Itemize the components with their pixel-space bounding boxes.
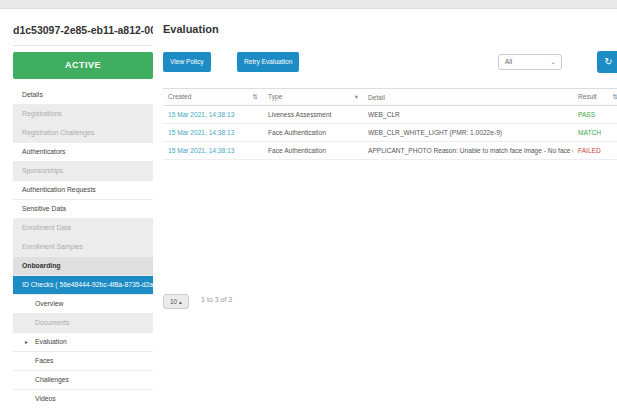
record-id-heading: d1c53097-2e85-eb11-a812-000d3a6... — [13, 24, 153, 46]
sidebar-item-sponsorships: Sponsorships — [13, 162, 153, 181]
table-row: 15 Mar 2021, 14:38:13 Face Authenticatio… — [163, 124, 617, 142]
detail-cell: WEB_CLR_WHITE_LIGHT (PMR: 1.0022e-9) — [363, 124, 573, 142]
result-filter-value: All — [505, 58, 512, 65]
top-strip — [0, 0, 617, 9]
type-cell: Liveness Assessment — [263, 106, 363, 124]
pagination-range-text: 1 to 3 of 3 — [201, 296, 232, 303]
sidebar-item-overview[interactable]: Overview — [13, 295, 153, 314]
page-title: Evaluation — [163, 23, 219, 35]
caret-up-icon: ▴ — [179, 299, 182, 305]
sidebar-item-enrollment-samples: Enrollment Samples — [13, 238, 153, 257]
sidebar-item-sensitive-data[interactable]: Sensitive Data — [13, 200, 153, 219]
table-header-row: Created⇅ Type▾ Detail Result⇅ — [163, 89, 617, 106]
result-cell: MATCH — [573, 124, 617, 142]
view-policy-button[interactable]: View Policy — [163, 52, 211, 72]
page-size-value: 10 — [170, 298, 177, 305]
chevron-down-icon: ⌄ — [550, 55, 556, 69]
created-link[interactable]: 15 Mar 2021, 14:38:13 — [168, 129, 234, 136]
column-header-result[interactable]: Result⇅ — [573, 89, 617, 106]
sidebar-item-evaluation-label: Evaluation — [35, 338, 67, 345]
created-link[interactable]: 15 Mar 2021, 14:38:13 — [168, 111, 234, 118]
column-header-type[interactable]: Type▾ — [263, 89, 363, 106]
sidebar-item-documents: Documents — [13, 314, 153, 333]
table-row: 15 Mar 2021, 14:38:13 Liveness Assessmen… — [163, 106, 617, 124]
sidebar-item-authenticators[interactable]: Authenticators — [13, 143, 153, 162]
type-cell: Face Authentication — [263, 124, 363, 142]
evaluation-page: d1c53097-2e85-eb11-a812-000d3a6... ACTIV… — [0, 0, 617, 408]
retry-evaluation-button[interactable]: Retry Evaluation — [237, 52, 299, 72]
refresh-button[interactable]: ↻ — [597, 51, 617, 73]
evaluation-table: Created⇅ Type▾ Detail Result⇅ 15 Mar 202… — [163, 88, 617, 160]
column-header-created[interactable]: Created⇅ — [163, 89, 263, 106]
sort-both-icon: ⇅ — [613, 93, 617, 101]
refresh-icon: ↻ — [604, 56, 612, 67]
sidebar-item-registration-challenges: Registration Challenges — [13, 124, 153, 143]
created-link[interactable]: 15 Mar 2021, 14:38:13 — [168, 147, 234, 154]
sidebar-item-evaluation[interactable]: ▸Evaluation — [13, 333, 153, 352]
pagination: 10 ▴ 1 to 3 of 3 — [163, 290, 232, 306]
result-cell: PASS — [573, 106, 617, 124]
sidebar-item-challenges[interactable]: Challenges — [13, 371, 153, 390]
sort-desc-icon: ▾ — [355, 93, 358, 101]
created-cell: 15 Mar 2021, 14:38:13 — [163, 106, 263, 124]
sidebar-item-details[interactable]: Details — [13, 86, 153, 105]
detail-cell: APPLICANT_PHOTO Reason: Unable to match … — [363, 142, 573, 160]
sidebar-item-authentication-requests[interactable]: Authentication Requests — [13, 181, 153, 200]
result-filter-select[interactable]: All ⌄ — [498, 54, 562, 70]
sidebar-item-id-checks[interactable]: ID Checks ( 56e48444-92bc-4f8a-8735-d2af… — [13, 276, 153, 295]
active-item-arrow-icon: ▸ — [25, 333, 33, 351]
sidebar-item-registrations: Registrations — [13, 105, 153, 124]
sidebar-section-onboarding: Onboarding — [13, 257, 153, 276]
table-row: 15 Mar 2021, 14:38:13 Face Authenticatio… — [163, 142, 617, 160]
detail-cell: WEB_CLR — [363, 106, 573, 124]
sidebar-item-faces[interactable]: Faces — [13, 352, 153, 371]
page-size-select[interactable]: 10 ▴ — [163, 294, 189, 309]
sort-both-icon: ⇅ — [253, 93, 258, 101]
sidebar-item-videos[interactable]: Videos — [13, 390, 153, 408]
status-badge[interactable]: ACTIVE — [13, 52, 153, 79]
sidebar-nav: Details Registrations Registration Chall… — [13, 86, 153, 408]
column-header-detail[interactable]: Detail — [363, 89, 573, 106]
created-cell: 15 Mar 2021, 14:38:13 — [163, 124, 263, 142]
result-cell: FAILED — [573, 142, 617, 160]
created-cell: 15 Mar 2021, 14:38:13 — [163, 142, 263, 160]
sidebar-item-enrollment-data: Enrollment Data — [13, 219, 153, 238]
type-cell: Face Authentication — [263, 142, 363, 160]
